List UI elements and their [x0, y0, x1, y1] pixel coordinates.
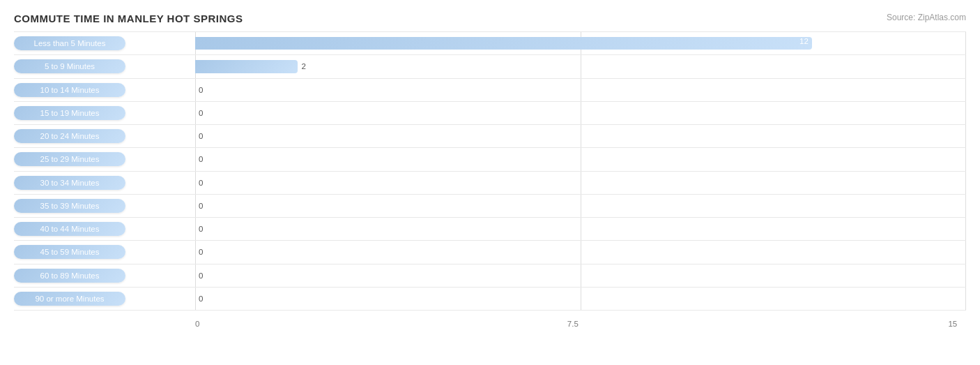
bar-row: 15 to 19 Minutes0 — [14, 102, 966, 125]
bar-value: 0 — [199, 248, 203, 256]
bar-row: 45 to 59 Minutes0 — [14, 241, 966, 264]
bar-label: Less than 5 Minutes — [14, 36, 125, 50]
label-area: 25 to 29 Minutes — [14, 152, 195, 166]
bar-track: 0 — [195, 173, 966, 193]
bar-row: Less than 5 Minutes12 — [14, 31, 966, 55]
bar-track: 0 — [195, 103, 966, 123]
bar-track: 12 — [195, 33, 966, 53]
bar-label: 30 to 34 Minutes — [14, 176, 125, 190]
chart-container: COMMUTE TIME IN MANLEY HOT SPRINGS Sourc… — [0, 0, 980, 365]
x-tick: 7.5 — [567, 320, 579, 328]
rows-container: Less than 5 Minutes125 to 9 Minutes210 t… — [14, 31, 966, 311]
bar-label: 60 to 89 Minutes — [14, 269, 125, 283]
bar-fill: 12 — [195, 37, 812, 50]
x-tick: 15 — [948, 320, 957, 328]
bar-label: 25 to 29 Minutes — [14, 152, 125, 166]
bar-row: 20 to 24 Minutes0 — [14, 125, 966, 148]
bar-value: 0 — [199, 86, 203, 94]
bar-value-inside: 12 — [799, 37, 809, 45]
chart-title: COMMUTE TIME IN MANLEY HOT SPRINGS — [14, 13, 966, 24]
bar-row: 90 or more Minutes0 — [14, 288, 966, 311]
bar-track: 0 — [195, 242, 966, 262]
bar-value: 0 — [199, 225, 203, 233]
label-area: 40 to 44 Minutes — [14, 222, 195, 236]
bar-value: 0 — [199, 295, 203, 303]
bar-value: 0 — [199, 179, 203, 187]
chart-area: Less than 5 Minutes125 to 9 Minutes210 t… — [14, 31, 966, 328]
bar-row: 25 to 29 Minutes0 — [14, 148, 966, 171]
bar-fill — [195, 60, 298, 73]
bar-track: 0 — [195, 80, 966, 100]
bar-track: 0 — [195, 289, 966, 308]
bar-track: 0 — [195, 219, 966, 239]
bar-label: 45 to 59 Minutes — [14, 245, 125, 259]
label-area: 45 to 59 Minutes — [14, 245, 195, 259]
bar-label: 40 to 44 Minutes — [14, 222, 125, 236]
bar-row: 40 to 44 Minutes0 — [14, 218, 966, 241]
bar-label: 90 or more Minutes — [14, 292, 125, 306]
bar-label: 10 to 14 Minutes — [14, 83, 125, 97]
label-area: 15 to 19 Minutes — [14, 106, 195, 120]
bar-label: 5 to 9 Minutes — [14, 59, 125, 73]
bar-value: 0 — [199, 271, 203, 280]
label-area: 30 to 34 Minutes — [14, 176, 195, 190]
x-tick: 0 — [195, 320, 199, 328]
bar-track: 2 — [195, 57, 966, 76]
bar-row: 10 to 14 Minutes0 — [14, 79, 966, 102]
bar-value: 2 — [301, 62, 305, 70]
bar-track: 0 — [195, 126, 966, 146]
bar-track: 0 — [195, 266, 966, 285]
bar-track: 0 — [195, 149, 966, 169]
bar-row: 30 to 34 Minutes0 — [14, 172, 966, 195]
label-area: 90 or more Minutes — [14, 292, 195, 306]
label-area: 60 to 89 Minutes — [14, 269, 195, 283]
bar-row: 60 to 89 Minutes0 — [14, 265, 966, 288]
bar-value: 0 — [199, 132, 203, 140]
bar-value: 0 — [199, 109, 203, 117]
bar-row: 35 to 39 Minutes0 — [14, 195, 966, 218]
label-area: 20 to 24 Minutes — [14, 129, 195, 143]
bar-row: 5 to 9 Minutes2 — [14, 55, 966, 78]
bar-label: 15 to 19 Minutes — [14, 106, 125, 120]
source-label: Source: ZipAtlas.com — [887, 13, 966, 22]
bar-track: 0 — [195, 196, 966, 216]
bar-value: 0 — [199, 202, 203, 210]
bar-label: 20 to 24 Minutes — [14, 129, 125, 143]
label-area: 10 to 14 Minutes — [14, 83, 195, 97]
bar-label: 35 to 39 Minutes — [14, 199, 125, 213]
x-axis: 07.515 — [195, 311, 966, 328]
label-area: Less than 5 Minutes — [14, 36, 195, 50]
label-area: 35 to 39 Minutes — [14, 199, 195, 213]
bar-value: 0 — [199, 155, 203, 163]
label-area: 5 to 9 Minutes — [14, 59, 195, 73]
